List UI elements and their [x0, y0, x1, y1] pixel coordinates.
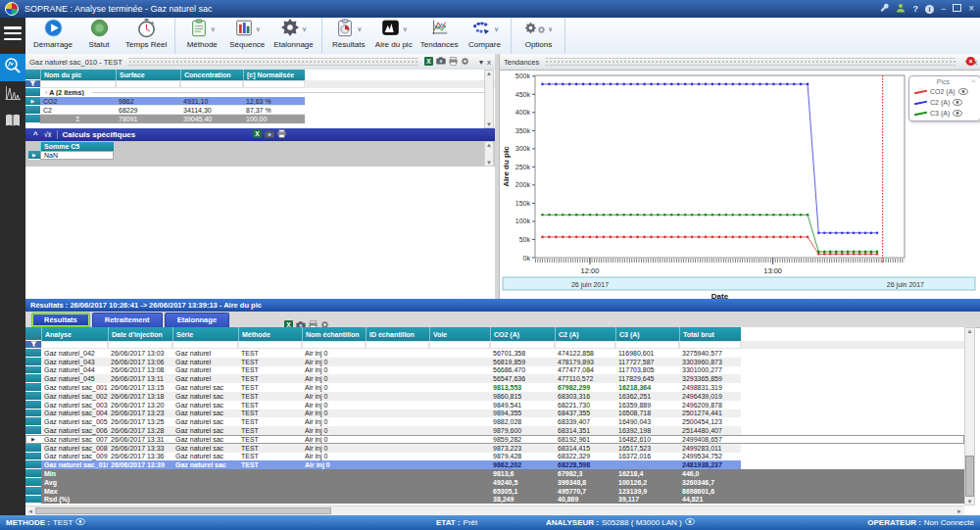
results-row[interactable]: Gaz naturel sac_00126/06/2017 13:15Gaz n…	[25, 383, 964, 392]
toolbar-button-options[interactable]: ∨Options	[515, 18, 561, 54]
chevron-down-icon[interactable]: ∨	[302, 25, 307, 33]
results-column-header[interactable]: C2 (A)	[555, 327, 615, 341]
sidebar-item-chromatogram-view[interactable]	[0, 81, 25, 109]
results-column-header[interactable]: Série	[172, 327, 238, 341]
peaks-group-row[interactable]: › A (2 items)	[25, 88, 495, 97]
results-vscrollbar[interactable]: ▲▼	[964, 327, 975, 506]
results-column-header[interactable]: Méthode	[238, 327, 302, 341]
chevron-down-icon[interactable]: ∨	[548, 25, 553, 33]
toolbar-button-r-sultats[interactable]: ∨Résultats	[326, 18, 371, 54]
results-row[interactable]: Gaz naturel_04526/06/2017 13:11Gaz natur…	[25, 374, 964, 383]
peaks-filter-selector[interactable]	[25, 80, 40, 88]
printer-icon[interactable]	[449, 57, 458, 68]
toolbar-button-temps-r-el[interactable]: Temps Réel	[122, 18, 171, 54]
results-filter-cell[interactable]	[366, 341, 429, 349]
results-row[interactable]: Gaz naturel sac_00526/06/2017 13:25Gaz n…	[25, 417, 964, 426]
wrench-icon[interactable]	[879, 3, 889, 15]
results-hscrollbar[interactable]: ◄ ►	[25, 506, 964, 515]
peak-row[interactable]: ▶CO298624931,1012,63 %	[25, 97, 495, 106]
peak-row[interactable]: C26822934114,3087,37 %	[25, 106, 495, 115]
results-filter-cell[interactable]	[302, 341, 366, 349]
gear-small-icon[interactable]	[461, 57, 469, 68]
results-filter-cell[interactable]	[429, 341, 490, 349]
user-icon[interactable]	[896, 3, 906, 15]
calc-scrollbar[interactable]: ▲▼	[484, 141, 494, 167]
sidebar-item-analysis-view[interactable]	[0, 54, 25, 81]
results-column-header[interactable]: CO2 (A)	[490, 327, 555, 341]
toolbar-button-d-marrage[interactable]: Démarrage	[29, 18, 76, 54]
results-row[interactable]: Gaz naturel sac_00626/06/2017 13:28Gaz n…	[25, 426, 964, 435]
eye-icon[interactable]	[953, 110, 962, 118]
peaks-filter-cell[interactable]	[243, 80, 305, 88]
toolbar-button-etalonnage[interactable]: ∨Etalonnage	[270, 18, 317, 54]
results-filter-cell[interactable]	[108, 341, 172, 349]
info-icon[interactable]: i	[925, 5, 934, 14]
toolbar-button-s-quence[interactable]: ∨Séquence	[224, 18, 270, 54]
results-row[interactable]: Gaz naturel sac_01026/06/2017 13:39Gaz n…	[25, 460, 964, 469]
toolbar-button-compare[interactable]: ∨Compare	[462, 18, 507, 54]
peaks-column-header[interactable]: Concentration	[180, 70, 243, 80]
peaks-filter-cell[interactable]	[116, 80, 180, 88]
chart-alert-close-icon[interactable]: ×	[966, 57, 975, 66]
chevron-down-icon[interactable]: ∨	[256, 25, 261, 33]
results-row[interactable]: Gaz naturel sac_00826/06/2017 13:33Gaz n…	[25, 444, 964, 453]
minimize-icon[interactable]: −	[941, 4, 946, 14]
peaks-close-icon[interactable]: x	[487, 58, 491, 67]
legend-item-c3-a-[interactable]: C3 (A)	[914, 108, 975, 119]
peaks-column-header[interactable]: Nom du pic	[40, 70, 116, 80]
results-column-header[interactable]: Analyse	[41, 327, 108, 341]
camera-icon[interactable]	[436, 57, 446, 67]
tab-résultats[interactable]: Résultats	[31, 313, 90, 327]
results-filter-cell[interactable]	[679, 341, 741, 349]
results-column-header[interactable]: Nom échantillon	[302, 327, 366, 341]
results-row[interactable]: Gaz naturel_04426/06/2017 13:08Gaz natur…	[25, 366, 964, 375]
results-row[interactable]: ▶Gaz naturel sac_00726/06/2017 13:31Gaz …	[25, 435, 964, 444]
tab-retraitement[interactable]: Retraitement	[92, 313, 163, 327]
peaks-filter-cell[interactable]	[40, 80, 116, 88]
results-row[interactable]: Gaz naturel sac_00326/06/2017 13:20Gaz n…	[25, 401, 964, 410]
analyzer-eye-icon[interactable]	[685, 518, 695, 527]
legend-item-c2-a-[interactable]: C2 (A)	[914, 97, 975, 108]
results-column-header[interactable]: ID échantillon	[366, 327, 429, 341]
chevron-down-icon[interactable]: ∨	[403, 25, 408, 33]
toolbar-button-statut[interactable]: Statut	[76, 18, 122, 54]
sidebar-item-library-view[interactable]	[0, 109, 25, 136]
calc-collapse-icon[interactable]: ^	[33, 130, 38, 139]
results-filter-selector[interactable]	[25, 341, 41, 349]
chevron-down-icon[interactable]: ∨	[211, 25, 216, 33]
printer-icon[interactable]	[277, 129, 286, 140]
close-icon[interactable]: ×	[968, 4, 974, 14]
eye-icon[interactable]	[958, 88, 968, 96]
results-column-header[interactable]: Date d'injection	[108, 327, 172, 341]
results-filter-cell[interactable]	[238, 341, 302, 349]
peaks-column-header[interactable]: Surface	[116, 70, 180, 80]
legend-item-co2-a-[interactable]: CO2 (A)	[914, 86, 975, 97]
results-row[interactable]: Gaz naturel sac_00926/06/2017 13:36Gaz n…	[25, 453, 964, 461]
calc-column-header[interactable]: Somme C5	[40, 142, 114, 151]
eye-icon[interactable]	[953, 99, 962, 107]
results-column-header[interactable]: Total brut	[679, 327, 741, 341]
peaks-filter-cell[interactable]	[180, 80, 243, 88]
results-row[interactable]: Gaz naturel sac_00226/06/2017 13:18Gaz n…	[25, 392, 964, 401]
results-row[interactable]: Gaz naturel_04226/06/2017 13:03Gaz natur…	[25, 349, 964, 358]
toolbar-button-tendances[interactable]: Tendances	[416, 18, 463, 54]
method-eye-icon[interactable]	[75, 518, 85, 527]
legend-collapse-icon[interactable]: ^	[972, 78, 975, 85]
results-column-header[interactable]: C3 (A)	[615, 327, 679, 341]
results-filter-cell[interactable]	[555, 341, 615, 349]
peaks-collapse-icon[interactable]: ▾	[479, 58, 483, 67]
help-icon[interactable]: ?	[912, 4, 918, 14]
menu-hamburger-icon[interactable]	[4, 26, 22, 40]
toolbar-button-m-thode[interactable]: ∨Méthode	[179, 18, 224, 54]
results-filter-cell[interactable]	[490, 341, 555, 349]
results-filter-cell[interactable]	[615, 341, 679, 349]
excel-icon[interactable]: X	[424, 57, 433, 68]
results-row[interactable]: Gaz naturel sac_00426/06/2017 13:23Gaz n…	[25, 410, 964, 418]
tab-etalonnage[interactable]: Etalonnage	[165, 313, 229, 327]
results-filter-cell[interactable]	[172, 341, 238, 349]
results-filter-cell[interactable]	[41, 341, 108, 349]
results-column-header[interactable]: Voie	[429, 327, 490, 341]
results-row[interactable]: Gaz naturel_04326/06/2017 13:06Gaz natur…	[25, 358, 964, 366]
peaks-table-scrollbar[interactable]: ▲▼	[484, 70, 494, 128]
chevron-down-icon[interactable]: ∨	[494, 25, 499, 33]
